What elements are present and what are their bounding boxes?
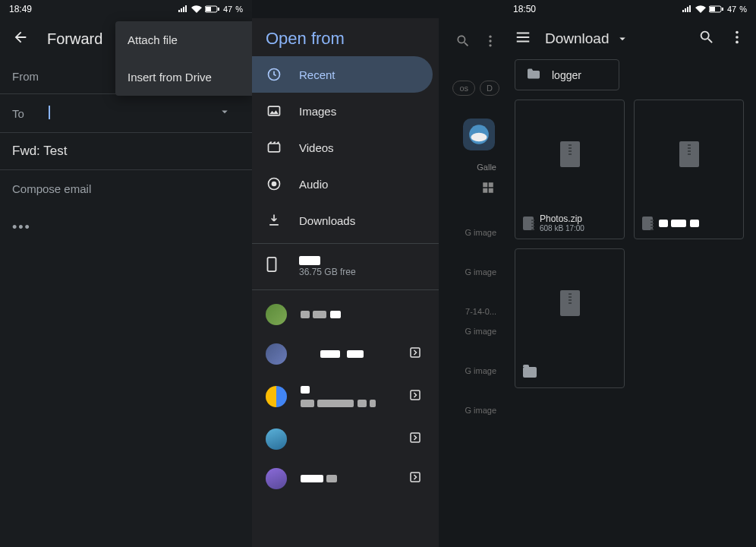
svg-rect-22: [411, 390, 420, 400]
svg-rect-11: [483, 182, 487, 187]
svg-rect-21: [411, 348, 420, 357]
eject-icon[interactable]: [408, 470, 425, 487]
menu-insert-from-drive[interactable]: Insert from Drive: [115, 58, 252, 96]
avatar: [266, 386, 287, 407]
drawer-account-2[interactable]: [252, 334, 439, 374]
downloads-panel: 18:50 47% Download logger: [504, 0, 756, 547]
file-card[interactable]: Photos.zip 608 kB 17:00: [515, 100, 625, 239]
separator: [252, 243, 439, 244]
account-name-redacted: [301, 347, 395, 361]
attach-menu: Attach file Insert from Drive: [115, 21, 252, 96]
account-name-redacted: [301, 308, 425, 321]
svg-point-19: [272, 182, 276, 186]
svg-rect-12: [489, 182, 493, 187]
svg-rect-13: [483, 188, 487, 193]
drawer-account-3[interactable]: [252, 374, 439, 419]
bg-caption: G image: [465, 406, 496, 415]
storage-free: 36.75 GB free: [299, 267, 356, 277]
drawer-item-videos[interactable]: Videos: [252, 129, 439, 166]
svg-point-8: [489, 44, 491, 46]
status-icons: 47%: [682, 5, 747, 14]
text-cursor: [49, 106, 50, 119]
zip-icon: [642, 217, 653, 230]
phone-icon: [266, 256, 282, 276]
separator: [252, 289, 439, 290]
status-time: 18:49: [9, 4, 32, 14]
file-name-redacted: [659, 217, 699, 230]
file-picker-panel: 18:49 47% os D Galle G image G image 7-1…: [252, 0, 504, 547]
svg-rect-17: [269, 144, 280, 152]
account-name-redacted: [301, 472, 395, 485]
to-row[interactable]: To: [0, 94, 252, 133]
page-title-dropdown[interactable]: Download: [545, 30, 685, 47]
eject-icon[interactable]: [408, 431, 425, 447]
compose-body[interactable]: Compose email: [0, 170, 252, 207]
drawer-account-1[interactable]: [252, 295, 439, 334]
status-bar: 18:50 47%: [504, 0, 756, 18]
file-meta: 608 kB 17:00: [540, 224, 584, 232]
bg-caption: G image: [465, 327, 496, 336]
drawer-account-5[interactable]: [252, 459, 439, 498]
page-title: Forward: [47, 30, 102, 48]
file-name: Photos.zip: [540, 213, 584, 224]
eject-icon[interactable]: [408, 346, 425, 362]
more-icon[interactable]: [729, 29, 745, 49]
app-label: Galle: [477, 163, 496, 172]
svg-rect-27: [722, 8, 723, 11]
zip-icon: [560, 141, 580, 167]
status-bar: 18:49 47%: [0, 0, 252, 18]
filter-chip[interactable]: D: [480, 81, 499, 96]
file-card[interactable]: [515, 248, 625, 388]
svg-point-6: [489, 36, 491, 38]
back-arrow-icon[interactable]: [12, 29, 29, 49]
clock-icon: [266, 67, 282, 82]
video-icon: [266, 140, 282, 155]
bg-caption: G image: [465, 228, 496, 237]
zip-icon: [560, 290, 580, 316]
drawer-item-audio[interactable]: Audio: [252, 166, 439, 202]
svg-rect-23: [411, 433, 420, 442]
image-icon: [266, 103, 282, 119]
svg-rect-26: [710, 7, 715, 11]
svg-point-10: [471, 133, 487, 142]
drawer-item-device-storage[interactable]: 36.75 GB free: [252, 248, 439, 285]
search-icon[interactable]: [698, 29, 715, 49]
bg-caption: G image: [465, 267, 496, 277]
avatar: [266, 304, 287, 325]
svg-rect-20: [268, 258, 276, 271]
filter-chip[interactable]: os: [452, 81, 475, 96]
drawer-item-downloads[interactable]: Downloads: [252, 202, 439, 239]
app-thumbnail[interactable]: [463, 119, 495, 150]
zip-icon: [523, 217, 534, 230]
avatar: [266, 468, 287, 489]
drawer-account-4[interactable]: [252, 419, 439, 459]
account-name-redacted: [301, 383, 395, 410]
download-icon: [266, 213, 282, 228]
expand-recipients-icon[interactable]: [209, 105, 240, 122]
folder-item[interactable]: logger: [515, 59, 619, 90]
eject-icon[interactable]: [408, 388, 425, 405]
zip-icon: [679, 141, 699, 167]
drawer-item-images[interactable]: Images: [252, 93, 439, 129]
audio-icon: [266, 176, 282, 191]
open-from-drawer: Open from Recent Images Videos Audio Dow…: [252, 18, 439, 547]
gmail-compose-panel: 18:49 47% Forward From To Fwd: Test Comp…: [0, 0, 252, 547]
status-time: 18:50: [513, 4, 536, 14]
status-icons: 47%: [178, 5, 243, 14]
drawer-item-recent[interactable]: Recent: [252, 56, 433, 93]
svg-rect-24: [411, 473, 420, 482]
hamburger-menu-icon[interactable]: [515, 29, 531, 49]
subject-field[interactable]: Fwd: Test: [0, 133, 252, 170]
svg-rect-2: [218, 8, 219, 11]
downloads-header: Download: [504, 18, 756, 59]
folder-icon: [523, 367, 537, 378]
svg-point-29: [736, 36, 739, 39]
avatar: [266, 428, 287, 450]
show-quoted-text-icon[interactable]: •••: [0, 207, 252, 248]
device-name-redacted: [299, 256, 320, 265]
file-card[interactable]: [634, 100, 744, 239]
avatar: [266, 343, 287, 365]
svg-point-30: [736, 41, 739, 44]
grid-view-icon[interactable]: [481, 181, 495, 198]
menu-attach-file[interactable]: Attach file: [115, 21, 252, 58]
